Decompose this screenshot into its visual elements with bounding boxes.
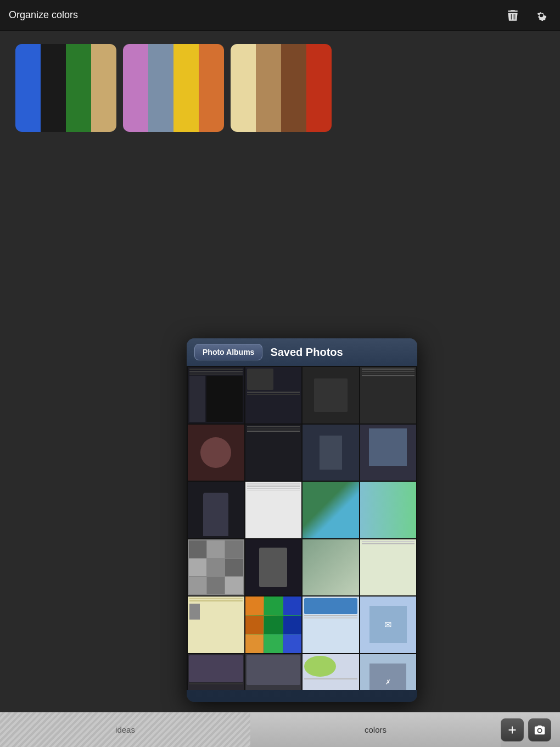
swatch (281, 44, 306, 132)
photo-thumb[interactable] (303, 539, 359, 596)
bottom-tab-bar: ideas colors (0, 712, 560, 747)
swatch (91, 44, 116, 132)
photo-thumb[interactable] (188, 597, 244, 653)
swatch (66, 44, 91, 132)
photo-thumb[interactable] (303, 597, 359, 653)
palette-1[interactable] (15, 44, 116, 132)
tab-ideas[interactable]: ideas (0, 712, 250, 747)
photo-thumb[interactable] (360, 482, 417, 538)
topbar-actions (503, 5, 551, 25)
swatch (173, 44, 199, 132)
trash-icon (506, 8, 520, 23)
photo-thumb[interactable] (245, 654, 302, 690)
photo-thumb[interactable] (188, 539, 244, 596)
photo-thumb[interactable] (245, 482, 302, 538)
photo-thumb[interactable] (303, 367, 359, 423)
photo-thumb[interactable] (188, 482, 244, 538)
photo-picker-popup: Photo Albums Saved Photos (187, 338, 417, 702)
palettes-area (0, 31, 560, 145)
tab-actions (501, 718, 560, 742)
photo-thumb[interactable] (188, 425, 244, 481)
camera-button[interactable] (528, 718, 551, 742)
swatch (123, 44, 148, 132)
photo-thumb[interactable] (303, 654, 359, 690)
tab-ideas-label: ideas (115, 725, 135, 734)
plus-icon (506, 724, 518, 736)
photo-thumb[interactable] (303, 425, 359, 481)
swatch (306, 44, 332, 132)
photo-thumb[interactable] (188, 367, 244, 423)
swatch (148, 44, 173, 132)
photo-thumb[interactable] (245, 539, 302, 596)
photo-thumb[interactable] (360, 367, 417, 423)
camera-icon (534, 724, 546, 736)
add-button[interactable] (501, 718, 524, 742)
photo-thumb[interactable] (360, 539, 417, 596)
main-content: Photo Albums Saved Photos (0, 31, 560, 712)
saved-photos-label: Saved Photos (270, 346, 343, 359)
swatch (41, 44, 66, 132)
swatch (231, 44, 256, 132)
photo-thumb[interactable]: ✗ (360, 654, 417, 690)
photo-picker-header: Photo Albums Saved Photos (187, 338, 417, 366)
page-title: Organize colors (9, 9, 78, 21)
photo-thumb[interactable] (303, 482, 359, 538)
palette-2[interactable] (123, 44, 224, 132)
photo-thumb[interactable] (360, 425, 417, 481)
photo-thumb[interactable] (245, 367, 302, 423)
photo-thumb[interactable] (188, 654, 244, 690)
photo-albums-button[interactable]: Photo Albums (194, 344, 262, 360)
photo-thumb[interactable] (245, 425, 302, 481)
photo-thumb[interactable] (245, 597, 302, 653)
swatch (15, 44, 41, 132)
tab-colors[interactable]: colors (250, 712, 501, 747)
photo-grid: ✉ (187, 366, 417, 690)
photo-thumb[interactable]: ✉ (360, 597, 417, 653)
settings-button[interactable] (531, 5, 551, 25)
topbar: Organize colors (0, 0, 560, 31)
swatch (199, 44, 224, 132)
tab-colors-label: colors (365, 725, 387, 734)
delete-button[interactable] (503, 5, 523, 25)
gear-icon (534, 8, 548, 23)
palette-3[interactable] (231, 44, 332, 132)
swatch (256, 44, 281, 132)
popup-arrow (292, 690, 312, 702)
